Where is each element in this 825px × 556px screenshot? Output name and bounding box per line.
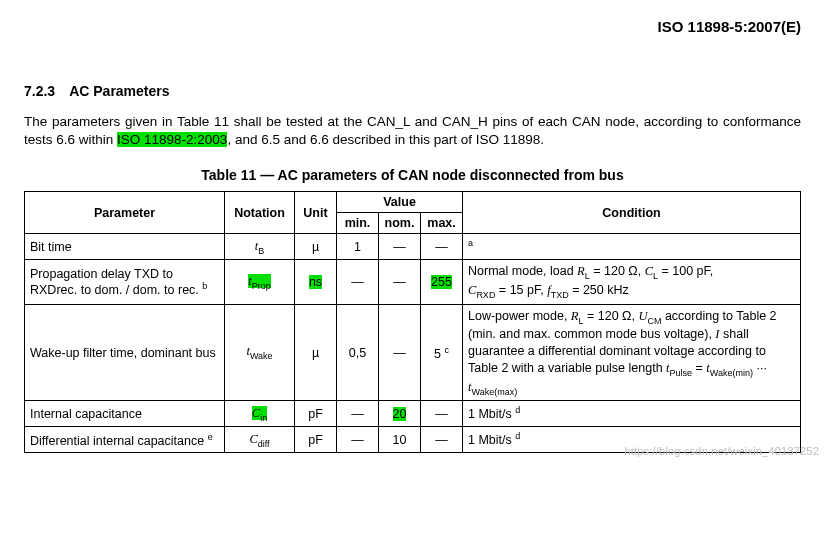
table-row: Internal capacitance Cin pF — 20 — 1 Mbi… [25, 401, 801, 427]
cell-unit: pF [295, 427, 337, 453]
cell-nom: 10 [379, 427, 421, 453]
intro-paragraph: The parameters given in Table 11 shall b… [24, 113, 801, 149]
th-unit: Unit [295, 192, 337, 234]
cell-condition: 1 Mbit/s d [463, 427, 801, 453]
th-notation: Notation [225, 192, 295, 234]
cell-unit: µ [295, 234, 337, 260]
section-number: 7.2.3 [24, 83, 55, 99]
document-id: ISO 11898-5:2007(E) [24, 18, 801, 35]
cell-notation: Cin [225, 401, 295, 427]
cell-max: — [421, 234, 463, 260]
cell-nom: — [379, 234, 421, 260]
th-value: Value [337, 192, 463, 213]
cell-unit: ns [295, 260, 337, 304]
table-row: Wake-up filter time, dominant bus tWake … [25, 304, 801, 401]
cell-unit: pF [295, 401, 337, 427]
cell-nom: — [379, 304, 421, 401]
cell-parameter: Wake-up filter time, dominant bus [25, 304, 225, 401]
cell-parameter: Internal capacitance [25, 401, 225, 427]
cell-max: 255 [421, 260, 463, 304]
cell-unit: µ [295, 304, 337, 401]
cell-max: 5 c [421, 304, 463, 401]
cell-min: — [337, 401, 379, 427]
section-title: AC Parameters [69, 83, 169, 99]
cell-condition: Normal mode, load RL = 120 Ω, CL = 100 p… [463, 260, 801, 304]
cell-parameter: Bit time [25, 234, 225, 260]
cell-max: — [421, 427, 463, 453]
cell-min: — [337, 427, 379, 453]
cell-parameter: Propagation delay TXD to RXDrec. to dom.… [25, 260, 225, 304]
cell-condition: 1 Mbit/s d [463, 401, 801, 427]
th-max: max. [421, 213, 463, 234]
cell-notation: tB [225, 234, 295, 260]
cell-nom: — [379, 260, 421, 304]
para-text-after: , and 6.5 and 6.6 described in this part… [227, 132, 544, 147]
cell-min: — [337, 260, 379, 304]
table-row: Bit time tB µ 1 — — a [25, 234, 801, 260]
table-caption: Table 11 — AC parameters of CAN node dis… [24, 167, 801, 183]
cell-notation: Cdiff [225, 427, 295, 453]
th-condition: Condition [463, 192, 801, 234]
cell-notation: tProp [225, 260, 295, 304]
cell-max: — [421, 401, 463, 427]
cell-condition: a [463, 234, 801, 260]
cell-condition: Low-power mode, RL = 120 Ω, UCM accordin… [463, 304, 801, 401]
cell-min: 1 [337, 234, 379, 260]
cell-parameter: Differential internal capacitance e [25, 427, 225, 453]
section-heading: 7.2.3AC Parameters [24, 83, 801, 99]
cell-nom: 20 [379, 401, 421, 427]
cell-notation: tWake [225, 304, 295, 401]
ac-parameters-table: Parameter Notation Unit Value Condition … [24, 191, 801, 453]
table-header: Parameter Notation Unit Value Condition … [25, 192, 801, 234]
th-min: min. [337, 213, 379, 234]
th-parameter: Parameter [25, 192, 225, 234]
table-row: Propagation delay TXD to RXDrec. to dom.… [25, 260, 801, 304]
highlighted-reference: ISO 11898-2:2003 [117, 132, 227, 147]
cell-min: 0,5 [337, 304, 379, 401]
th-nom: nom. [379, 213, 421, 234]
table-row: Differential internal capacitance e Cdif… [25, 427, 801, 453]
